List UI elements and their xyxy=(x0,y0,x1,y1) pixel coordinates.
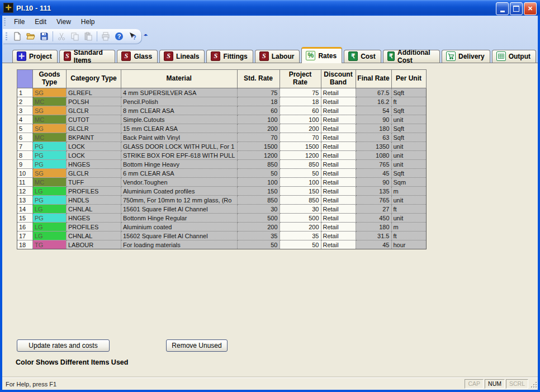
toolbar-grip-handle[interactable] xyxy=(6,32,7,40)
std-rate-cell[interactable]: 75 xyxy=(237,88,280,97)
category-type-cell[interactable]: CUTOT xyxy=(67,115,121,124)
discount-band-cell[interactable]: Retail xyxy=(321,160,356,169)
discount-band-cell[interactable]: Retail xyxy=(321,223,356,232)
final-rate-cell[interactable]: 1080 xyxy=(356,151,391,160)
final-rate-cell[interactable]: 135 xyxy=(356,187,391,196)
row-number-cell[interactable]: 17 xyxy=(17,232,33,240)
row-number-cell[interactable]: 7 xyxy=(17,142,33,151)
material-cell[interactable]: Simple.Cutouts xyxy=(121,115,238,124)
update-rates-and-costs-button[interactable]: Update rates and costs xyxy=(17,339,110,352)
material-cell[interactable]: For loading materials xyxy=(121,240,238,249)
std-rate-cell[interactable]: 50 xyxy=(237,240,280,249)
project-rate-cell[interactable]: 850 xyxy=(280,196,321,205)
category-type-cell[interactable]: CHNLAL xyxy=(67,232,121,240)
per-unit-cell[interactable]: m xyxy=(391,187,426,196)
std-rate-cell[interactable]: 30 xyxy=(237,205,280,214)
discount-band-cell[interactable]: Retail xyxy=(321,133,356,142)
discount-band-cell[interactable]: Retail xyxy=(321,124,356,133)
project-rate-cell[interactable]: 1200 xyxy=(280,151,321,160)
material-cell[interactable]: STRIKE BOX FOR EPF-618 WITH PULL xyxy=(121,151,238,160)
row-number-cell[interactable]: 14 xyxy=(17,205,33,214)
per-unit-cell[interactable]: unit xyxy=(391,214,426,223)
per-unit-cell[interactable]: m xyxy=(391,223,426,232)
tab-delivery[interactable]: Delivery xyxy=(442,50,490,63)
per-unit-cell[interactable]: Sqft xyxy=(391,106,426,115)
discount-band-cell[interactable]: Retail xyxy=(321,151,356,160)
per-unit-cell[interactable]: unit xyxy=(391,160,426,169)
goods-type-cell[interactable]: SG xyxy=(33,106,67,115)
discount-band-cell[interactable]: Retail xyxy=(321,178,356,187)
category-type-cell[interactable]: PROFILES xyxy=(67,223,121,232)
row-number-cell[interactable]: 13 xyxy=(17,196,33,205)
final-rate-cell[interactable]: 450 xyxy=(356,214,391,223)
project-rate-cell[interactable]: 100 xyxy=(280,178,321,187)
discount-band-cell[interactable]: Retail xyxy=(321,214,356,223)
tab-rates[interactable]: %Rates xyxy=(301,47,342,63)
row-number-cell[interactable]: 18 xyxy=(17,240,33,249)
std-rate-cell[interactable]: 200 xyxy=(237,124,280,133)
goods-type-cell[interactable]: SG xyxy=(33,169,67,178)
final-rate-cell[interactable]: 63 xyxy=(356,133,391,142)
per-unit-cell[interactable]: ft xyxy=(391,205,426,214)
toolbar-overflow-button[interactable]: ▾▔ xyxy=(143,29,149,44)
category-type-cell[interactable]: POLSH xyxy=(67,97,121,106)
material-cell[interactable]: Vendor.Toughen xyxy=(121,178,238,187)
category-type-cell[interactable]: PROFILES xyxy=(67,187,121,196)
goods-type-cell[interactable]: MC xyxy=(33,97,67,106)
project-rate-cell[interactable]: 1500 xyxy=(280,142,321,151)
category-type-cell[interactable]: BKPAINT xyxy=(67,133,121,142)
category-type-cell[interactable]: HNGES xyxy=(67,160,121,169)
final-rate-cell[interactable]: 27 xyxy=(356,205,391,214)
discount-band-cell[interactable]: Retail xyxy=(321,205,356,214)
final-rate-cell[interactable]: 90 xyxy=(356,115,391,124)
discount-band-cell[interactable]: Retail xyxy=(321,187,356,196)
tab-lineals[interactable]: SLineals xyxy=(159,50,205,63)
resize-grip[interactable] xyxy=(529,380,537,388)
material-cell[interactable]: Bottonm Hinge Regular xyxy=(121,214,238,223)
goods-type-cell[interactable]: MC xyxy=(33,178,67,187)
tab-labour[interactable]: SLabour xyxy=(255,50,300,63)
per-unit-cell[interactable]: ft xyxy=(391,232,426,240)
material-cell[interactable]: 15602 Square Fillet Al Channel xyxy=(121,232,238,240)
goods-type-cell[interactable]: MC xyxy=(33,115,67,124)
project-rate-cell[interactable]: 50 xyxy=(280,240,321,249)
tab-project[interactable]: ✛Project xyxy=(12,50,58,63)
category-type-cell[interactable]: LABOUR xyxy=(67,240,121,249)
discount-band-cell[interactable]: Retail xyxy=(321,115,356,124)
final-rate-cell[interactable]: 180 xyxy=(356,124,391,133)
tab-cost[interactable]: ₹Cost xyxy=(344,50,381,63)
project-rate-cell[interactable]: 850 xyxy=(280,160,321,169)
tab-standard-items[interactable]: SStandard Items xyxy=(59,50,116,63)
final-rate-cell[interactable]: 45 xyxy=(356,169,391,178)
row-number-cell[interactable]: 12 xyxy=(17,187,33,196)
final-rate-cell[interactable]: 90 xyxy=(356,178,391,187)
final-rate-cell[interactable]: 54 xyxy=(356,106,391,115)
final-rate-cell[interactable]: 180 xyxy=(356,223,391,232)
material-cell[interactable]: Aluminium coated xyxy=(121,223,238,232)
minimize-button[interactable] xyxy=(496,2,509,15)
final-rate-cell[interactable]: 1350 xyxy=(356,142,391,151)
per-unit-cell[interactable]: unit xyxy=(391,196,426,205)
final-rate-cell[interactable]: 765 xyxy=(356,160,391,169)
discount-band-cell[interactable]: Retail xyxy=(321,106,356,115)
goods-type-cell[interactable]: PG xyxy=(33,151,67,160)
final-rate-cell[interactable]: 45 xyxy=(356,240,391,249)
per-unit-cell[interactable]: Sqft xyxy=(391,88,426,97)
remove-unused-button[interactable]: Remove Unused xyxy=(166,339,228,352)
per-unit-cell[interactable]: unit xyxy=(391,151,426,160)
std-rate-cell[interactable]: 200 xyxy=(237,223,280,232)
project-rate-cell[interactable]: 50 xyxy=(280,169,321,178)
category-type-cell[interactable]: LOCK xyxy=(67,142,121,151)
goods-type-cell[interactable]: LG xyxy=(33,232,67,240)
project-rate-cell[interactable]: 75 xyxy=(280,88,321,97)
tab-output[interactable]: Output xyxy=(492,50,536,63)
save-icon[interactable] xyxy=(37,30,51,43)
project-rate-cell[interactable]: 18 xyxy=(280,97,321,106)
goods-type-cell[interactable]: PG xyxy=(33,214,67,223)
goods-type-cell[interactable]: PG xyxy=(33,142,67,151)
row-number-cell[interactable]: 1 xyxy=(17,88,33,97)
tab-additional-cost[interactable]: ₹Additional Cost xyxy=(383,50,440,63)
per-unit-cell[interactable]: unit xyxy=(391,142,426,151)
discount-band-cell[interactable]: Retail xyxy=(321,142,356,151)
std-rate-cell[interactable]: 850 xyxy=(237,196,280,205)
